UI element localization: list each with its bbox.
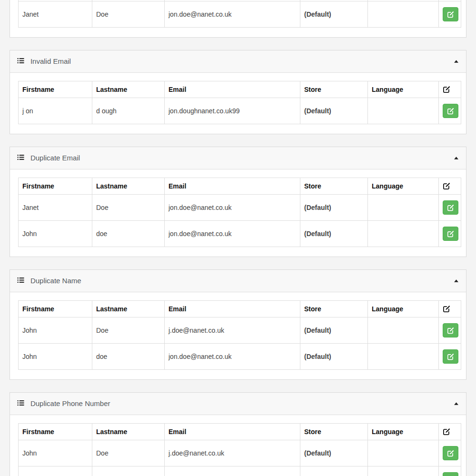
table-body: John Doe j.doe@nanet.co.uk (Default) Joh… [19,440,461,476]
cell-actions [439,195,461,221]
records-table: Firstname Lastname Email Store Language [18,300,461,370]
records-table: Firstname Lastname Email Store Language [18,423,461,476]
panel-heading[interactable]: Duplicate Phone Number [10,393,466,415]
records-table: Firstname Lastname Email Store Language [18,81,461,124]
table-body: j on d ough jon.doughnanet.co.uk99 (Defa… [19,98,461,124]
records-table: Firstname Lastname Email Store Language [18,0,461,28]
cell-store: (Default) [300,195,368,221]
collapsible-panel: Invalid Email Firstname Lastname Email [10,50,466,134]
edit-row-button[interactable] [443,104,458,118]
column-header-lastname: Lastname [92,301,165,317]
caret-up-icon[interactable] [454,60,458,63]
column-header-language: Language [368,178,439,195]
column-header-firstname: Firstname [19,424,92,440]
record-row: John Doe j.doe@nanet.co.uk (Default) [19,440,461,466]
cell-actions [439,440,461,466]
record-row: Janet Doe jon.doe@nanet.co.uk (Default) [19,1,461,28]
edit-row-button[interactable] [443,446,458,460]
cell-firstname: John [19,344,92,370]
record-row: John Doe j.doe@nanet.co.uk (Default) [19,317,461,344]
cell-store: (Default) [300,1,368,28]
cell-actions [439,98,461,124]
panel-title: Duplicate Email [30,154,80,162]
column-header-lastname: Lastname [92,81,165,98]
cell-email: jon.doughnanet.co.uk99 [165,98,300,124]
cell-store: (Default) [300,466,368,476]
edit-icon [447,11,454,18]
cell-store: (Default) [300,440,368,466]
cell-email: j.doe@nanet.co.uk [165,317,300,344]
column-header-firstname: Firstname [19,81,92,98]
edit-icon [447,204,454,211]
caret-up-icon[interactable] [454,402,458,405]
column-header-email: Email [165,424,300,440]
panel-heading[interactable]: Duplicate Email [10,147,466,169]
edit-row-button[interactable] [443,227,458,241]
cell-actions [439,317,461,344]
cell-lastname: doe [92,221,165,247]
edit-icon [447,230,454,238]
records-table: Firstname Lastname Email Store Language [18,178,461,247]
cell-language [368,317,439,344]
panel-title: Duplicate Phone Number [30,399,110,407]
panel-body: Firstname Lastname Email Store Language [10,73,466,134]
cell-lastname: Doe [92,195,165,221]
edit-row-button[interactable] [443,200,458,215]
panel-heading[interactable]: Duplicate Name [10,270,466,292]
edit-icon [443,182,457,190]
collapsible-panel: Duplicate Email Firstname Lastname Email [10,147,466,257]
edit-row-button[interactable] [443,323,458,337]
panel-title: Duplicate Name [30,277,81,285]
caret-up-icon[interactable] [454,157,458,159]
cell-language [368,195,439,221]
cell-store: (Default) [300,221,368,247]
column-header-lastname: Lastname [92,178,165,195]
column-header-language: Language [368,424,439,440]
cell-email: jon.doe@nanet.co.uk [165,466,300,476]
record-row: John doe jon.doe@nanet.co.uk (Default) [19,344,461,370]
cell-actions [439,1,461,28]
column-header-actions [439,178,461,195]
list-icon [17,154,24,163]
record-row: John doe jon.doe@nanet.co.uk (Default) [19,221,461,247]
column-header-language: Language [368,301,439,317]
cell-lastname: Doe [92,317,165,344]
column-header-store: Store [300,424,368,440]
column-header-email: Email [165,301,300,317]
cell-language [368,221,439,247]
cell-email: jon.doe@nanet.co.uk [165,1,300,28]
panel-body: Firstname Lastname Email Store Language [10,0,466,37]
caret-up-icon[interactable] [454,279,458,282]
panel-title: Invalid Email [30,57,71,65]
list-icon [17,277,24,286]
edit-row-button[interactable] [443,349,458,364]
table-header-row: Firstname Lastname Email Store Language [19,301,461,317]
column-header-firstname: Firstname [19,178,92,195]
cell-email: jon.doe@nanet.co.uk [165,344,300,370]
cell-language [368,466,439,476]
collapsible-panel: Duplicate Phone Number Firstname Lastnam… [10,392,466,476]
cell-store: (Default) [300,344,368,370]
cell-email: jon.doe@nanet.co.uk [165,221,300,247]
panel-heading[interactable]: Invalid Email [10,50,466,73]
table-header-row: Firstname Lastname Email Store Language [19,178,461,195]
edit-icon [443,428,457,436]
panel-body: Firstname Lastname Email Store Language [10,292,466,379]
column-header-actions [439,301,461,317]
edit-row-button[interactable] [443,7,458,21]
cell-firstname: John [19,440,92,466]
panel-body: Firstname Lastname Email Store Language [10,415,466,476]
edit-icon [447,108,454,115]
cell-firstname: John [19,221,92,247]
cell-store: (Default) [300,98,368,124]
list-icon [17,57,24,67]
cell-lastname: Doe [92,440,165,466]
edit-icon [447,327,454,334]
cell-firstname: j on [19,98,92,124]
edit-row-button[interactable] [443,472,458,476]
cell-lastname: d ough [92,98,165,124]
column-header-email: Email [165,178,300,195]
cell-email: jon.doe@nanet.co.uk [165,195,300,221]
column-header-language: Language [368,81,439,98]
page: Firstname Lastname Email Store Language [0,0,476,476]
